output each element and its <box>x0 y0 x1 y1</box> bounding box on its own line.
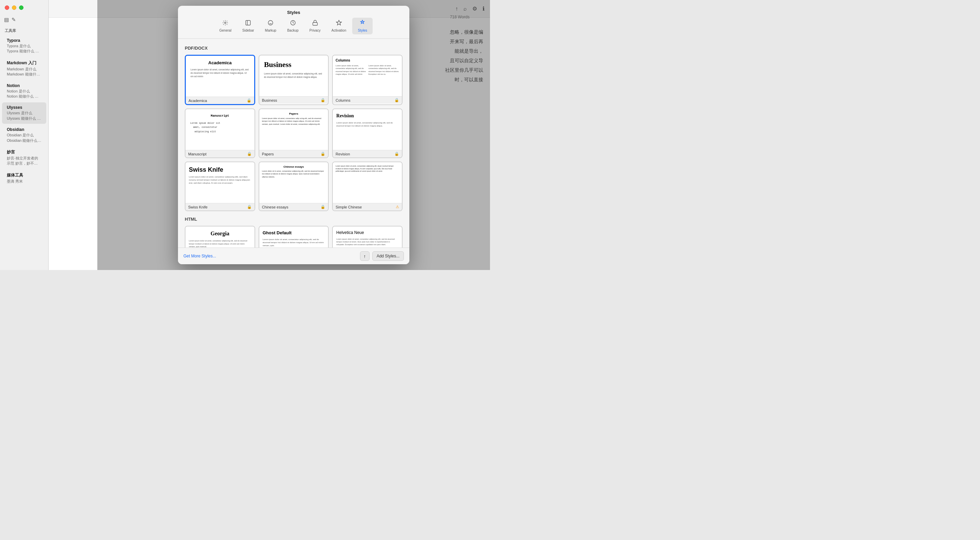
style-card-helveticaneue[interactable]: Helvetica Neue Lorem ipsum dolor sit ame… <box>332 226 402 248</box>
style-preview-georgia: Georgia Lorem ipsum dolor sit amet, cons… <box>185 227 255 248</box>
tab-markup[interactable]: Markup <box>260 17 281 34</box>
sidebar-item-preview: Ulysses 是什么 Ulysses 能做什么 如何使用 Ulysses 我的… <box>7 111 41 121</box>
simplechinese-warning-icon: ⚠ <box>396 205 399 209</box>
sidebar-item-title: Typora <box>7 38 41 43</box>
modal-overlay: Styles General Sidebar Markup Backup Pri… <box>97 0 490 270</box>
revision-lock-icon: 🔒 <box>395 152 399 156</box>
papers-label: Papers <box>262 152 274 156</box>
style-card-revision[interactable]: Revision Lorem ipsum dolor sit amet, con… <box>332 108 402 158</box>
sidebar-item-markdown-入门[interactable]: Markdown 入门 Markdown 是什么 Markdown 能做什么 如… <box>2 57 46 80</box>
style-preview-papers: Papers Lorem ipsum dolor sit amet, conse… <box>259 109 328 150</box>
pdf-docx-grid: Academica Lorem ipsum dolor sit amet, co… <box>185 55 402 211</box>
sidebar-item-妙言[interactable]: 妙言 妙言-独立开发者的示范 妙言，妙不可言。妙哉，妙在解决的一定的痛点，但与市… <box>2 146 46 169</box>
columns-footer: Columns 🔒 <box>333 96 402 104</box>
style-preview-columns: Columns Lorem ipsum dolor sit amet, cons… <box>333 56 402 96</box>
columns-lock-icon: 🔒 <box>395 98 399 102</box>
manuscript-footer: Manuscript 🔒 <box>185 150 255 157</box>
tab-backup[interactable]: Backup <box>282 17 303 34</box>
style-card-chineseessays[interactable]: Chinese essays Lorem dolor sit in amor, … <box>259 162 329 211</box>
modal-bottom-right: ↑ Add Styles... <box>360 251 404 261</box>
maximize-button[interactable] <box>19 5 24 10</box>
tab-privacy[interactable]: Privacy <box>305 17 325 34</box>
chineseessays-preview-body: Lorem dolor sit in amor, consectetur adi… <box>262 170 326 178</box>
revision-preview-body: Lorem ipsum dolor sit amet, consectetur … <box>336 121 398 127</box>
tab-sidebar-label: Sidebar <box>242 29 254 32</box>
revision-footer: Revision 🔒 <box>333 150 402 157</box>
style-card-manuscript[interactable]: Manuscript Lorem ipsum dolor sitamet, co… <box>185 108 255 158</box>
sidebar-header: 工具库 <box>0 25 48 35</box>
sidebar-item-notion[interactable]: Notion Notion 是什么 Notion 能做什么 如何使用 Notio… <box>2 81 46 102</box>
compose-button[interactable]: ✎ <box>11 17 16 23</box>
sidebar-item-preview: 妙言-独立开发者的示范 妙言，妙不可言。妙哉，妙在解决的一定的痛点，但与市场成熟… <box>7 156 41 166</box>
style-card-business[interactable]: Business Lorem ipsum dolor sit amet, con… <box>259 55 329 105</box>
sidebar-item-preview: Typora 是什么 Typora 能做什么 如何使用 Typora 我的 Ty… <box>7 43 41 54</box>
style-card-ghostdefault[interactable]: Ghost Default Lorem ipsum dolor sit amet… <box>259 226 329 248</box>
style-card-academica[interactable]: Academica Lorem ipsum dolor sit amet, co… <box>185 55 255 105</box>
sidebar-item-媒体工具[interactable]: 媒体工具 墨滴 秀米 <box>2 170 46 187</box>
style-card-papers[interactable]: Papers Lorem ipsum dolor sit amet, conse… <box>259 108 329 158</box>
style-card-georgia[interactable]: Georgia Lorem ipsum dolor sit amet, cons… <box>185 226 255 248</box>
tab-activation-label: Activation <box>331 29 346 32</box>
modal-titlebar: Styles <box>178 6 409 15</box>
academica-lock-icon: 🔒 <box>247 98 251 103</box>
tab-markup-label: Markup <box>265 29 276 32</box>
style-preview-business: Business Lorem ipsum dolor sit amet, con… <box>259 56 328 96</box>
sidebar-item-title: 媒体工具 <box>7 172 41 178</box>
tab-activation[interactable]: Activation <box>327 17 351 34</box>
traffic-lights <box>0 0 48 14</box>
tab-styles[interactable]: Styles <box>352 17 372 34</box>
tab-backup-label: Backup <box>287 29 298 32</box>
add-styles-button[interactable]: Add Styles... <box>372 251 404 261</box>
close-button[interactable] <box>5 5 9 10</box>
tab-styles-label: Styles <box>358 29 367 32</box>
sidebar-item-preview: Obsidian 是什么 Obsidian 能做什么 如何使用 Obsidian… <box>7 133 41 143</box>
sidebar: ▤ ✎ 工具库 Typora Typora 是什么 Typora 能做什么 如何… <box>0 0 49 270</box>
tab-general[interactable]: General <box>215 17 237 34</box>
style-card-swissknife[interactable]: Swiss Knife Lorem ipsum dolor sit amet, … <box>185 162 255 211</box>
academica-footer: Academica 🔒 <box>186 97 254 104</box>
style-card-simplechinese[interactable]: Lorem ipsum dolor sit amet, consectetur … <box>332 162 402 211</box>
styles-modal: Styles General Sidebar Markup Backup Pri… <box>178 6 409 264</box>
simplechinese-label: Simple Chinese <box>336 205 362 209</box>
tab-sidebar-icon <box>245 20 251 27</box>
pdf-docx-header: PDF/DOCX <box>185 46 402 51</box>
sidebar-item-title: Markdown 入门 <box>7 60 41 66</box>
modal-content[interactable]: PDF/DOCX Academica Lorem ipsum dolor sit… <box>178 39 409 248</box>
sidebar-item-ulysses[interactable]: Ulysses Ulysses 是什么 Ulysses 能做什么 如何使用 Ul… <box>2 102 46 124</box>
georgia-preview-title: Georgia <box>189 230 251 237</box>
svg-marker-8 <box>336 21 341 25</box>
sidebar-toolbar: ▤ ✎ <box>0 14 48 25</box>
tab-sidebar[interactable]: Sidebar <box>237 17 259 34</box>
style-card-columns[interactable]: Columns Lorem ipsum dolor sit amet, cons… <box>332 55 402 105</box>
papers-lock-icon: 🔒 <box>321 152 325 156</box>
sidebar-item-typora[interactable]: Typora Typora 是什么 Typora 能做什么 如何使用 Typor… <box>2 35 46 57</box>
revision-label: Revision <box>336 152 350 156</box>
modal-bottombar: Get More Styles... ↑ Add Styles... <box>178 248 409 264</box>
tab-backup-icon <box>290 20 296 27</box>
html-header: HTML <box>185 217 402 222</box>
sidebar-item-obsidian[interactable]: Obsidian Obsidian 是什么 Obsidian 能做什么 如何使用… <box>2 124 46 146</box>
style-preview-helvetica: Helvetica Neue Lorem ipsum dolor sit ame… <box>333 227 402 248</box>
sidebar-item-preview: Notion 是什么 Notion 能做什么 如何使用 Notion 我的 No… <box>7 89 41 99</box>
style-preview-simplechinese: Lorem ipsum dolor sit amet, consectetur … <box>333 162 402 203</box>
share-styles-button[interactable]: ↑ <box>360 251 369 261</box>
manuscript-lock-icon: 🔒 <box>247 152 252 156</box>
academica-preview-title: Academica <box>208 60 232 66</box>
papers-preview-title: Papers <box>262 112 326 116</box>
revision-preview-title: Revision <box>336 113 353 119</box>
minimize-button[interactable] <box>12 5 16 10</box>
get-more-styles-link[interactable]: Get More Styles... <box>183 254 216 259</box>
chineseessays-label: Chinese essays <box>262 205 288 209</box>
tab-privacy-label: Privacy <box>309 29 321 32</box>
business-lock-icon: 🔒 <box>321 98 325 102</box>
swissknife-label: Swiss Knife <box>188 205 208 209</box>
tab-privacy-icon <box>312 20 318 27</box>
chineseessays-footer: Chinese essays 🔒 <box>259 203 328 211</box>
tab-activation-icon <box>336 20 342 27</box>
style-preview-manuscript: Manuscript Lorem ipsum dolor sitamet, co… <box>185 109 255 150</box>
sidebar-toggle-button[interactable]: ▤ <box>4 17 9 23</box>
swissknife-lock-icon: 🔒 <box>247 205 252 209</box>
papers-footer: Papers 🔒 <box>259 150 328 157</box>
business-label: Business <box>262 98 277 102</box>
columns-preview-body: Lorem ipsum dolor sit amet, consectetur … <box>336 64 399 76</box>
